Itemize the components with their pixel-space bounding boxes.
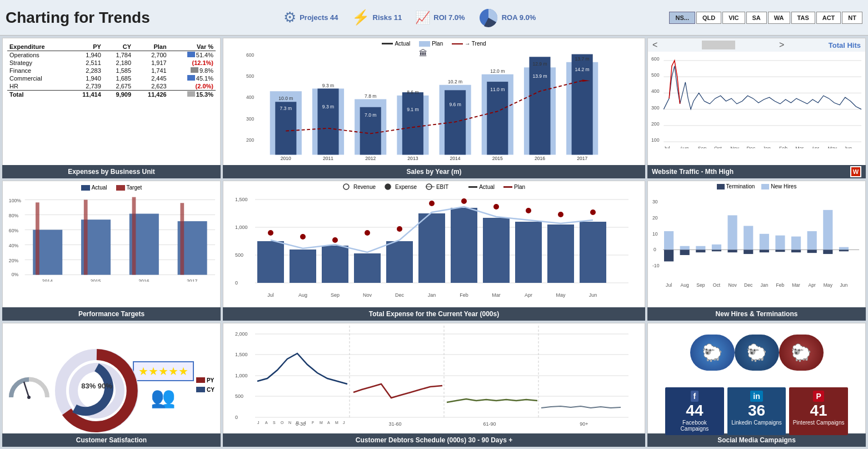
donut-svg: 83% 90%	[52, 346, 141, 435]
svg-text:J: J	[304, 421, 306, 425]
svg-text:N: N	[288, 421, 291, 425]
perf-legend: Actual Target	[6, 184, 217, 191]
svg-text:83% 90%: 83% 90%	[82, 382, 113, 390]
svg-rect-89	[451, 208, 477, 283]
svg-text:20: 20	[652, 215, 658, 221]
debtors-chart: 2,000 1,500 1,000 500 0 0-30 31-60 61-90…	[228, 326, 640, 428]
svg-text:Mar: Mar	[792, 282, 800, 288]
facebook-animal: 🐑	[690, 335, 735, 371]
svg-text:60%: 60%	[9, 228, 19, 233]
svg-text:61-90: 61-90	[483, 421, 496, 427]
state-btn-nt[interactable]: NT	[842, 12, 862, 24]
traffic-prev-btn[interactable]: <	[652, 40, 657, 50]
state-btn-sa[interactable]: SA	[746, 12, 767, 24]
svg-text:10.2 m: 10.2 m	[448, 79, 462, 84]
svg-point-103	[558, 212, 563, 217]
svg-text:80%: 80%	[9, 213, 19, 218]
traffic-next-btn[interactable]: >	[779, 40, 784, 50]
kpi-roi: 📈 ROI 7.0%	[415, 11, 465, 25]
traffic-scroll-bar[interactable]	[702, 41, 735, 49]
svg-text:F: F	[312, 421, 314, 425]
svg-text:100: 100	[651, 137, 660, 143]
svg-text:2016: 2016	[138, 278, 149, 282]
svg-text:11.0 m: 11.0 m	[490, 87, 505, 92]
svg-rect-134	[760, 234, 769, 250]
state-btn-wa[interactable]: WA	[768, 12, 790, 24]
svg-text:Jun: Jun	[840, 282, 848, 288]
svg-rect-93	[580, 222, 606, 283]
svg-point-101	[493, 204, 499, 209]
svg-text:2015: 2015	[492, 156, 503, 160]
svg-text:0: 0	[235, 415, 238, 420]
svg-text:Aug: Aug	[681, 282, 689, 288]
svg-rect-87	[386, 241, 413, 283]
bar-actual-2011	[317, 88, 338, 154]
traffic-chart: 600 500 400 300 200 100 Jul Aug	[650, 54, 863, 148]
svg-text:May: May	[824, 282, 833, 288]
svg-text:Nov: Nov	[728, 282, 737, 288]
hires-chart: 30 20 10 0 -10	[652, 192, 861, 295]
star-icons: ★★★★★	[138, 365, 188, 377]
svg-text:Oct: Oct	[714, 146, 722, 148]
svg-text:300: 300	[246, 116, 255, 122]
svg-rect-128	[712, 245, 721, 250]
pinterest-card: P 41 Pinterest Campaigns	[789, 387, 848, 435]
sat-legend: PY CY	[196, 377, 214, 393]
svg-text:1,500: 1,500	[235, 352, 248, 357]
page-title: Charting for Trends	[6, 9, 161, 27]
state-btn-act[interactable]: ACT	[816, 12, 841, 24]
svg-point-71	[343, 184, 349, 189]
state-btn-tas[interactable]: TAS	[791, 12, 815, 24]
donut-chart: 83% 90%	[52, 346, 130, 424]
state-btn-vic[interactable]: VIC	[722, 12, 745, 24]
svg-point-99	[429, 201, 435, 206]
svg-text:100%: 100%	[9, 198, 21, 203]
svg-text:2012: 2012	[365, 156, 376, 160]
svg-text:S: S	[273, 421, 276, 425]
state-btn-qld[interactable]: QLD	[696, 12, 721, 24]
linkedin-animal: 🐑	[735, 335, 779, 371]
svg-rect-122	[664, 231, 674, 250]
svg-text:-10: -10	[652, 263, 660, 268]
svg-point-102	[526, 208, 531, 213]
traffic-panel: < > Total Hits 600 500 400 300 200 100	[647, 38, 866, 178]
svg-point-94	[268, 230, 273, 236]
svg-text:Sep: Sep	[696, 282, 705, 288]
svg-text:M: M	[320, 421, 323, 425]
svg-rect-83	[257, 241, 284, 283]
expense-cy-panel: Revenue Expense EBIT Actual Plan	[223, 181, 645, 321]
svg-text:0%: 0%	[12, 272, 19, 277]
svg-rect-85	[322, 246, 348, 283]
svg-text:2014: 2014	[42, 278, 53, 282]
svg-rect-136	[775, 236, 785, 250]
svg-rect-84	[290, 250, 316, 283]
svg-text:Feb: Feb	[776, 282, 785, 288]
svg-text:2016: 2016	[535, 156, 545, 160]
revenue-legend-icon	[343, 183, 352, 190]
star-rating: ★★★★★	[133, 361, 194, 381]
svg-rect-133	[744, 250, 753, 254]
svg-point-104	[590, 209, 596, 215]
svg-point-97	[365, 230, 370, 236]
col-py: PY	[68, 43, 103, 51]
col-expenditure: Expenditure	[7, 43, 68, 51]
table-row: Commercial 1,940 1,685 2,445 45.1%	[7, 74, 216, 82]
pinterest-animal: 🐑	[779, 335, 824, 371]
svg-text:40%: 40%	[9, 243, 19, 248]
svg-text:🏛: 🏛	[419, 49, 427, 58]
social-cards-row: f 44 Facebook Campaigns in 36 Linkedin C…	[665, 387, 848, 435]
svg-text:Jul: Jul	[267, 292, 274, 298]
debtors-panel: 2,000 1,500 1,000 500 0 0-30 31-60 61-90…	[223, 323, 645, 447]
svg-text:J: J	[257, 421, 260, 425]
svg-rect-145	[839, 250, 849, 251]
svg-text:10.0 m: 10.0 m	[278, 96, 293, 101]
svg-rect-131	[727, 250, 737, 252]
traffic-title: Total Hits	[829, 41, 861, 49]
kpi-projects: ⚙ Projects 44	[283, 9, 338, 26]
svg-rect-126	[696, 246, 705, 250]
table-row: Operations 1,940 1,784 2,700 51.4%	[7, 51, 216, 59]
state-btn-nsw[interactable]: NS...	[669, 12, 695, 24]
svg-rect-137	[775, 250, 785, 252]
svg-rect-125	[680, 250, 690, 255]
svg-text:600: 600	[651, 56, 660, 62]
